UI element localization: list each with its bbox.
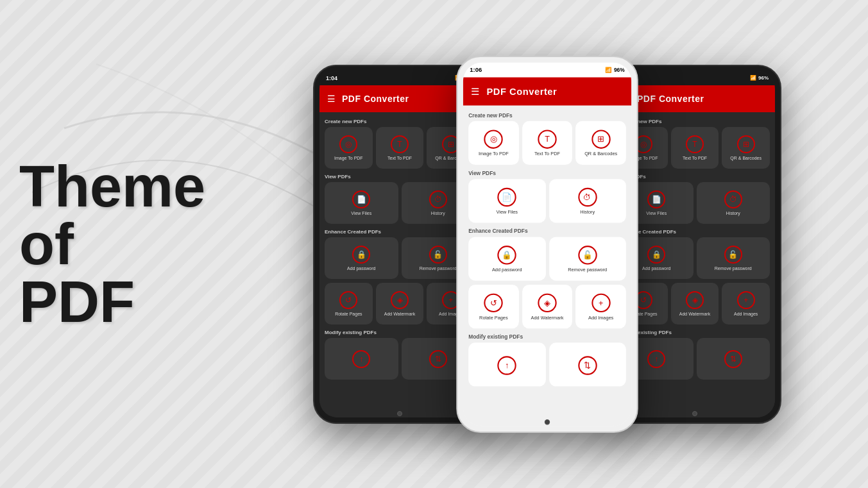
center-tile-remove-password[interactable]: 🔓 Remove password	[549, 237, 626, 280]
right-app-content: Create new PDFs ◎ Image To PDF T Text To…	[615, 112, 775, 417]
center-image-pdf-icon: ◎	[484, 130, 503, 148]
left-tile-text-to-pdf[interactable]: T Text To PDF	[376, 127, 424, 169]
right-add-password-icon: 🔒	[647, 246, 665, 264]
center-tile-image-to-pdf[interactable]: ◎ Image To PDF	[468, 121, 518, 164]
left-tile-watermark[interactable]: ◈ Add Watermark	[376, 283, 424, 324]
center-text-pdf-icon: T	[538, 130, 556, 148]
right-modify2-icon: ⇅	[724, 350, 742, 368]
right-modify-grid: ↑ ⇅	[620, 338, 770, 380]
left-tile-rotate[interactable]: ↺ Rotate Pages	[325, 283, 373, 324]
left-modify1-icon: ↑	[352, 350, 370, 368]
left-view-files-icon: 📄	[352, 190, 370, 208]
right-phone-screen: 1:04 📶 96% ☰ PDF Converter Create new PD…	[615, 71, 775, 417]
center-tile-modify1[interactable]: ↑	[468, 342, 545, 386]
right-app-title: PDF Converter	[637, 94, 704, 104]
right-tile-remove-password[interactable]: 🔓 Remove password	[697, 237, 770, 279]
left-section-view: View PDFs 📄 View Files ⏱ History	[325, 172, 475, 224]
left-image-pdf-label: Image To PDF	[334, 156, 363, 161]
right-section-create: Create new PDFs ◎ Image To PDF T Text To…	[620, 117, 770, 169]
right-tile-qr[interactable]: ⊞ QR & Barcodes	[722, 127, 770, 169]
center-qr-icon: ⊞	[591, 130, 610, 148]
left-section-rotate: ↺ Rotate Pages ◈ Add Watermark + Add Ima…	[325, 283, 475, 324]
title-line1: Theme	[19, 155, 205, 219]
center-view-files-icon: 📄	[498, 188, 516, 206]
right-history-label: History	[726, 211, 740, 216]
center-tile-rotate[interactable]: ↺ Rotate Pages	[468, 284, 518, 328]
center-text-pdf-label: Text To PDF	[534, 151, 560, 157]
right-modify1-icon: ↑	[647, 350, 665, 368]
center-add-password-label: Add password	[492, 267, 522, 273]
center-status-time: 1:06	[470, 66, 482, 73]
right-remove-password-label: Remove password	[715, 266, 752, 271]
center-view-files-label: View Files	[497, 209, 518, 215]
right-watermark-label: Add Watermark	[679, 312, 710, 317]
center-tile-qr[interactable]: ⊞ QR & Barcodes	[575, 121, 625, 164]
left-tile-add-password[interactable]: 🔒 Add password	[325, 237, 398, 279]
right-enhance-grid: 🔒 Add password 🔓 Remove password	[620, 237, 770, 279]
page-title: Theme of PDF	[19, 158, 205, 331]
left-remove-password-icon: 🔓	[429, 246, 447, 264]
right-text-pdf-icon: T	[686, 135, 704, 153]
center-create-grid: ◎ Image To PDF T Text To PDF ⊞ QR & Barc…	[468, 121, 626, 164]
center-tile-modify2[interactable]: ⇅	[549, 342, 626, 386]
center-create-label: Create new PDFs	[468, 112, 626, 118]
title-line2: of	[19, 212, 74, 276]
center-tile-watermark[interactable]: ◈ Add Watermark	[522, 284, 572, 328]
left-add-password-label: Add password	[347, 266, 375, 271]
center-tile-add-password[interactable]: 🔒 Add password	[468, 237, 545, 280]
left-hamburger-icon[interactable]: ☰	[327, 94, 336, 104]
right-app-bar: ☰ PDF Converter	[615, 85, 775, 112]
center-hamburger-icon[interactable]: ☰	[471, 86, 480, 97]
center-tile-view-files[interactable]: 📄 View Files	[468, 179, 545, 223]
center-rotate-grid: ↺ Rotate Pages ◈ Add Watermark + Add Ima…	[468, 284, 626, 328]
left-section-enhance: Enhance Created PDFs 🔒 Add password 🔓 Re…	[325, 228, 475, 279]
left-history-icon: ⏱	[429, 190, 447, 208]
center-tile-text-to-pdf[interactable]: T Text To PDF	[522, 121, 572, 164]
right-view-files-label: View Files	[646, 211, 667, 216]
right-phone-camera	[692, 411, 697, 416]
center-watermark-icon: ◈	[538, 293, 556, 312]
right-qr-icon: ⊞	[737, 135, 755, 153]
right-modify-label: Modify existing PDFs	[620, 330, 770, 335]
right-tile-add-images[interactable]: + Add Images	[722, 283, 770, 324]
center-add-images-icon: +	[591, 293, 610, 312]
right-text-pdf-label: Text To PDF	[683, 156, 707, 161]
center-section-rotate: ↺ Rotate Pages ◈ Add Watermark + Add Ima…	[468, 284, 626, 328]
right-add-images-icon: +	[737, 291, 755, 309]
left-tile-modify1[interactable]: ↑	[325, 338, 398, 380]
left-status-time: 1:04	[326, 75, 337, 81]
left-history-label: History	[431, 211, 445, 216]
left-tile-image-to-pdf[interactable]: ◎ Image To PDF	[325, 127, 373, 169]
center-section-view: View PDFs 📄 View Files ⏱ History	[468, 169, 626, 223]
right-tile-watermark[interactable]: ◈ Add Watermark	[671, 283, 719, 324]
center-app-content: Create new PDFs ◎ Image To PDF T Text To…	[463, 105, 632, 426]
center-section-modify: Modify existing PDFs ↑ ⇅	[468, 332, 626, 386]
center-tile-history[interactable]: ⏱ History	[549, 179, 626, 223]
title-line3: PDF	[19, 270, 135, 334]
left-text-pdf-label: Text To PDF	[387, 156, 412, 161]
center-app-title: PDF Converter	[487, 86, 557, 97]
right-tile-text-to-pdf[interactable]: T Text To PDF	[671, 127, 719, 169]
right-tile-history[interactable]: ⏱ History	[697, 182, 770, 224]
right-create-grid: ◎ Image To PDF T Text To PDF ⊞ QR & Barc…	[620, 127, 770, 169]
left-rotate-grid: ↺ Rotate Pages ◈ Add Watermark + Add Ima…	[325, 283, 475, 324]
left-section-modify: Modify existing PDFs ↑ ⇅	[325, 328, 475, 380]
center-tile-add-images[interactable]: + Add Images	[575, 284, 625, 328]
center-phone-wrapper: 1:06 📶 96% ☰ PDF Converter Create new PD…	[456, 56, 638, 433]
left-view-label: View PDFs	[325, 174, 475, 180]
center-section-create: Create new PDFs ◎ Image To PDF T Text To…	[468, 111, 626, 165]
left-app-title: PDF Converter	[342, 94, 409, 104]
center-phone-screen: 1:06 📶 96% ☰ PDF Converter Create new PD…	[463, 62, 632, 426]
left-modify-label: Modify existing PDFs	[325, 330, 475, 335]
right-tile-modify2[interactable]: ⇅	[697, 338, 770, 380]
left-rotate-icon: ↺	[339, 291, 357, 309]
left-tile-view-files[interactable]: 📄 View Files	[325, 182, 398, 224]
center-modify1-icon: ↑	[498, 355, 516, 374]
right-history-icon: ⏱	[724, 190, 742, 208]
center-rotate-label: Rotate Pages	[479, 315, 508, 321]
left-watermark-label: Add Watermark	[384, 312, 415, 317]
center-modify-grid: ↑ ⇅	[468, 342, 626, 386]
center-view-grid: 📄 View Files ⏱ History	[468, 179, 626, 223]
right-view-grid: 📄 View Files ⏱ History	[620, 182, 770, 224]
right-rotate-grid: ↺ Rotate Pages ◈ Add Watermark + Add Ima…	[620, 283, 770, 324]
